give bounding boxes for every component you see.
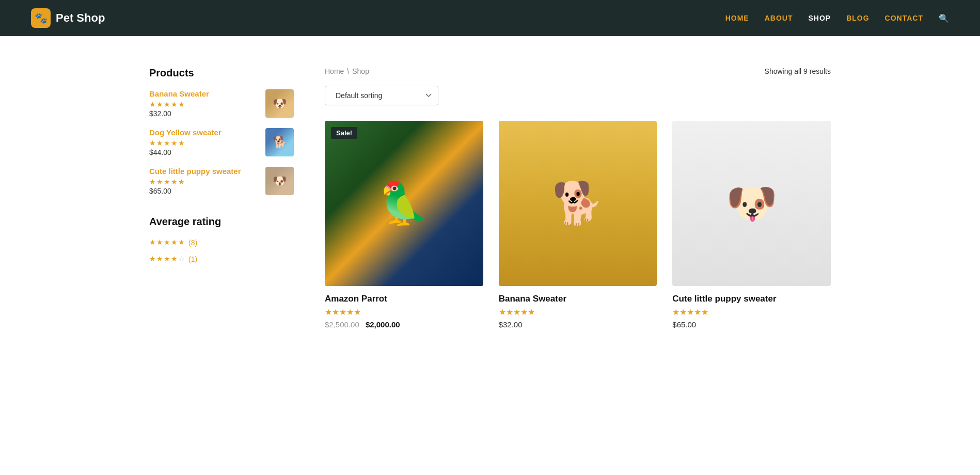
main-container: Products Banana Sweater ★★★★★ $32.00 🐶 D… [129,67,851,329]
five-star-count: (8) [188,239,197,247]
product-price-parrot: $2,500.00 $2,000.00 [325,320,483,329]
product-stars-parrot: ★★★★★ [325,307,483,317]
products-section-title: Products [149,67,294,79]
breadcrumb-current: Shop [352,67,369,75]
product-image-parrot: 🦜 Sale! [325,121,483,286]
price-sale-parrot: $2,000.00 [366,320,400,329]
nav-home[interactable]: HOME [725,14,749,22]
results-count: Showing all 9 results [765,67,831,75]
site-header: 🐾 Pet Shop HOME ABOUT SHOP BLOG CONTACT … [0,0,980,36]
sidebar-product-price-1: $32.00 [149,109,265,118]
products-grid: 🦜 Sale! Amazon Parrot ★★★★★ $2,500.00 $2… [325,121,831,329]
breadcrumb-bar: Home \ Shop Showing all 9 results [325,67,831,75]
logo[interactable]: 🐾 Pet Shop [31,8,105,28]
list-item: Banana Sweater ★★★★★ $32.00 🐶 [149,89,294,118]
sidebar-product-stars-1: ★★★★★ [149,100,265,108]
sidebar-product-thumb-2: 🐕 [265,128,294,156]
product-card-parrot[interactable]: 🦜 Sale! Amazon Parrot ★★★★★ $2,500.00 $2… [325,121,483,329]
four-star-count: (1) [188,255,197,263]
list-item: Dog Yellow sweater ★★★★★ $44.00 🐕 [149,128,294,156]
main-nav: HOME ABOUT SHOP BLOG CONTACT 🔍 [725,13,949,23]
four-star-icon: ★★★★☆ [149,255,185,263]
sidebar-product-stars-2: ★★★★★ [149,139,265,147]
nav-about[interactable]: ABOUT [765,14,793,22]
sidebar: Products Banana Sweater ★★★★★ $32.00 🐶 D… [149,67,294,329]
logo-icon: 🐾 [31,8,51,28]
search-icon[interactable]: 🔍 [939,13,949,23]
nav-shop[interactable]: SHOP [808,14,831,22]
list-item: Cute little puppy sweater ★★★★★ $65.00 🐶 [149,167,294,195]
avg-rating-section: Average rating ★★★★★ (8) ★★★★☆ (1) [149,216,294,264]
product-card-puppy[interactable]: 🐶 Cute little puppy sweater ★★★★★ $65.00 [672,121,831,329]
sale-badge: Sale! [331,127,357,139]
five-star-icon: ★★★★★ [149,238,185,246]
logo-text: Pet Shop [56,11,105,25]
breadcrumb-home[interactable]: Home [325,67,344,75]
sidebar-product-name-3[interactable]: Cute little puppy sweater [149,167,265,176]
avg-rating-row-5star[interactable]: ★★★★★ (8) [149,238,294,247]
sidebar-product-thumb-1: 🐶 [265,89,294,118]
nav-blog[interactable]: BLOG [846,14,869,22]
sidebar-product-thumb-3: 🐶 [265,167,294,195]
product-price-banana: $32.00 [499,320,657,329]
product-name-banana: Banana Sweater [499,294,657,304]
sidebar-product-name-1[interactable]: Banana Sweater [149,89,265,98]
product-card-banana[interactable]: 🐕 Banana Sweater ★★★★★ $32.00 [499,121,657,329]
product-stars-banana: ★★★★★ [499,307,657,317]
price-original-parrot: $2,500.00 [325,320,359,329]
content-area: Home \ Shop Showing all 9 results Defaul… [325,67,831,329]
product-stars-puppy: ★★★★★ [672,307,831,317]
sidebar-product-price-2: $44.00 [149,148,265,156]
product-name-parrot: Amazon Parrot [325,294,483,304]
sidebar-product-stars-3: ★★★★★ [149,178,265,186]
sidebar-product-price-3: $65.00 [149,187,265,195]
breadcrumb-separator: \ [347,67,349,75]
sidebar-product-name-2[interactable]: Dog Yellow sweater [149,128,265,137]
product-name-puppy: Cute little puppy sweater [672,294,831,304]
avg-rating-row-4star[interactable]: ★★★★☆ (1) [149,255,294,264]
nav-contact[interactable]: CONTACT [885,14,923,22]
product-price-puppy: $65.00 [672,320,831,329]
product-image-banana: 🐕 [499,121,657,286]
avg-rating-title: Average rating [149,216,294,228]
sort-dropdown[interactable]: Default sorting Sort by popularity Sort … [325,86,438,105]
product-image-puppy: 🐶 [672,121,831,286]
